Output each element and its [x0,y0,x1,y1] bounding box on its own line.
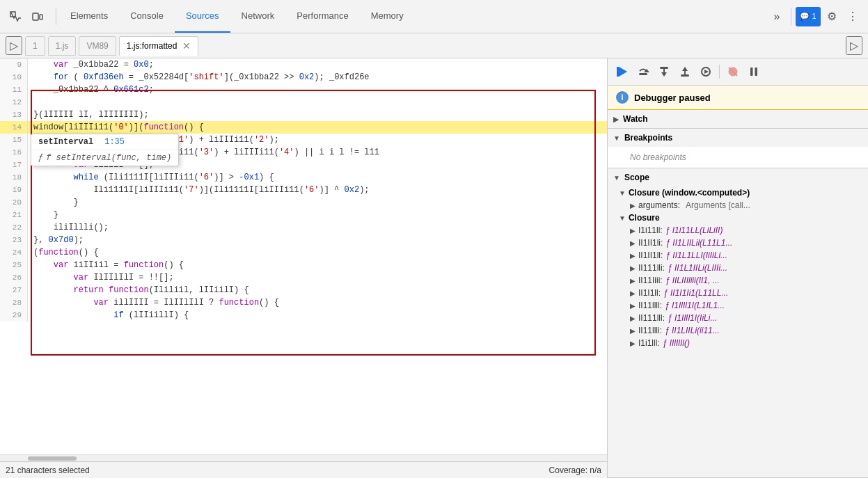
more-tabs-icon[interactable]: » [767,7,787,26]
code-line-11: 11 _0x1bba22 ^ 0x661c2; [0,83,607,96]
toolbar-left-icons [0,7,53,26]
svg-rect-18 [755,67,758,76]
closure-item-1: ▶ I1i11ll: ƒ I1i11LL(LiLiII) [608,224,868,237]
code-line-27: 27 return function(Ililiil, lIIiilI) { [0,284,607,296]
source-tab-1js[interactable]: 1.js [48,36,77,56]
svg-rect-9 [660,67,668,69]
code-line-29: 29 if (lIIiillI) { [0,309,607,321]
info-icon: i [616,91,629,104]
svg-rect-12 [681,74,689,77]
settings-icon[interactable]: ⚙ [822,7,842,26]
resume-button[interactable] [613,63,631,81]
item6-arrow[interactable]: ▶ [630,289,636,297]
code-line-26: 26 var IlIIlIlI = !![]; [0,271,607,284]
device-toolbar-icon[interactable] [28,7,47,26]
code-editor[interactable]: setInterval 1:35 ƒf setInterval(func, ti… [0,58,607,454]
breakpoints-chevron: ▼ [613,134,620,142]
breakpoints-section: ▼ Breakpoints No breakpoints [608,129,868,168]
h-scroll-thumb[interactable] [28,456,77,461]
tab-memory[interactable]: Memory [360,0,415,33]
arguments-arrow[interactable]: ▶ [630,202,636,209]
step-into-button[interactable] [655,63,673,81]
code-line-23: 23 }, 0x7d0); [0,234,607,246]
scope-header[interactable]: ▼ Scope [608,168,868,186]
arguments-item: ▶ arguments: Arguments [call... [608,199,868,212]
closure-item-6: ▶ II1I1ll: ƒ II1I1Ii1(L11LL... [608,287,868,299]
item5-arrow[interactable]: ▶ [630,277,636,285]
svg-rect-1 [33,13,38,20]
code-line-22: 22 iliIllli(); [0,221,607,234]
item8-arrow[interactable]: ▶ [630,314,636,322]
code-line-24: 24 (function() { [0,246,607,259]
svg-rect-17 [750,67,753,76]
tab-performance[interactable]: Performance [285,0,359,33]
tooltip-signature: ƒf setInterval(func, time) [31,150,178,166]
pause-on-exceptions-button[interactable] [745,63,763,81]
item2-arrow[interactable]: ▶ [630,239,636,247]
debugger-paused-text: Debugger paused [634,93,711,103]
source-tab-formatted[interactable]: 1.js:formatted ✕ [119,36,199,56]
source-tab-linenum[interactable]: 1 [25,36,45,56]
closure-item-9: ▶ II11llli: ƒ II1LIILi(ii11... [608,324,868,337]
code-panel: setInterval 1:35 ƒf setInterval(func, ti… [0,58,607,478]
item10-arrow[interactable]: ▶ [630,340,636,347]
item1-arrow[interactable]: ▶ [630,227,636,234]
tooltip-link[interactable]: 1:35 [104,137,125,147]
scope-section: ▼ Scope ▼ Closure (window.<computed>) ▶ … [608,168,868,478]
breakpoints-label: Breakpoints [624,133,672,143]
item7-arrow[interactable]: ▶ [630,302,636,310]
closure-arrow[interactable]: ▼ [619,214,626,222]
closure-item-10: ▶ I1i1lll: ƒ IIlIlIl() [608,337,868,349]
tab-console[interactable]: Console [119,0,175,33]
notifications-button[interactable]: 💬 1 [796,7,821,26]
run-script-icon[interactable]: ▷ [6,36,22,55]
closure-item-7: ▶ II11llll: ƒ I1IlIl1I(L1IL1... [608,299,868,312]
tooltip-header: setInterval 1:35 [31,134,178,150]
step-out-button[interactable] [676,63,694,81]
item3-arrow[interactable]: ▶ [630,252,636,260]
debugger-controls [608,58,868,86]
svg-marker-14 [704,70,709,74]
closure-item-4: ▶ II111lli: ƒ II1L1IILi(LIIIi... [608,262,868,274]
toolbar-divider [56,8,56,25]
debug-divider [719,65,720,79]
step-button[interactable] [697,63,715,81]
main-area: setInterval 1:35 ƒf setInterval(func, ti… [0,58,868,478]
svg-rect-6 [639,73,647,75]
svg-marker-8 [661,72,667,77]
watch-header[interactable]: ▶ Watch [608,110,868,128]
sources-toolbar: ▷ 1 1.js VM89 1.js:formatted ✕ ▷ [0,33,868,58]
right-divider [791,8,791,25]
code-line-21: 21 } [0,209,607,221]
svg-marker-11 [682,67,688,71]
watch-section: ▶ Watch [608,110,868,129]
main-tabs: Elements Console Sources Network Perform… [59,0,762,33]
tab-sources[interactable]: Sources [175,0,230,33]
closure-item-5: ▶ II11Iiii: ƒ IILIIIliii(II1, ... [608,274,868,287]
no-breakpoints-text: No breakpoints [613,150,862,165]
breakpoints-header[interactable]: ▼ Breakpoints [608,129,868,147]
status-coverage: Coverage: n/a [549,465,601,475]
item4-arrow[interactable]: ▶ [630,264,636,272]
debugger-paused-banner: i Debugger paused [608,86,868,110]
code-line-19: 19 Ili1111I[liIIIi11('7')](Ili1111I[liII… [0,184,607,196]
tab-network[interactable]: Network [230,0,286,33]
status-bar: 21 characters selected Coverage: n/a [0,461,607,478]
closure-computed-header[interactable]: ▼ Closure (window.<computed>) [608,186,868,199]
customize-icon[interactable]: ⋮ [843,7,862,26]
step-over-button[interactable] [634,63,652,81]
deactivate-breakpoints-button[interactable] [724,63,742,81]
code-line-14: 14 window[liIIIi11('0')](function() { [0,121,607,134]
tab-elements[interactable]: Elements [59,0,119,33]
horizontal-scrollbar[interactable] [0,454,607,461]
execute-script-icon[interactable]: ▷ [846,36,862,55]
toolbar-right: » 💬 1 ⚙ ⋮ [762,7,868,26]
closure-header[interactable]: ▼ Closure [608,212,868,224]
item9-arrow[interactable]: ▶ [630,327,636,335]
closure-computed-arrow[interactable]: ▼ [619,189,626,197]
code-line-10: 10 for ( 0xfd36eh = _0x52284d['shift'](_… [0,71,607,83]
select-element-icon[interactable] [6,7,25,26]
close-tab-icon[interactable]: ✕ [182,40,191,51]
breakpoints-content: No breakpoints [608,147,868,168]
source-tab-vm89[interactable]: VM89 [79,36,116,56]
